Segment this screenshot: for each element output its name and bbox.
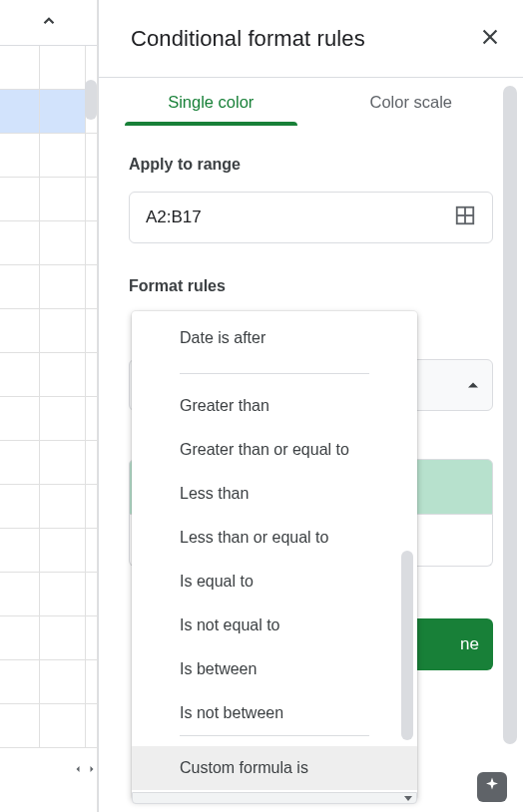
panel-title: Conditional format rules (131, 26, 365, 52)
dropdown-separator (180, 373, 369, 374)
sheet-top-bar (0, 0, 97, 46)
caret-up-icon (468, 383, 478, 388)
panel-header: Conditional format rules (99, 0, 523, 78)
dropdown-option-custom-formula[interactable]: Custom formula is (132, 746, 417, 790)
panel-scrollbar[interactable] (503, 86, 517, 744)
range-value: A2:B17 (146, 207, 202, 227)
dropdown-option-date-after[interactable]: Date is after (132, 311, 417, 373)
sheet-horizontal-scroll[interactable] (0, 762, 98, 776)
dropdown-option-not-between[interactable]: Is not between (132, 691, 417, 735)
condition-dropdown-list: Date is after Greater than Greater than … (132, 311, 417, 800)
close-icon[interactable] (479, 26, 501, 52)
dropdown-separator (180, 735, 369, 736)
dropdown-option-greater-than[interactable]: Greater than (132, 384, 417, 428)
dropdown-option-less-than-equal[interactable]: Less than or equal to (132, 516, 417, 560)
chevron-up-icon[interactable] (40, 12, 58, 34)
dropdown-option-between[interactable]: Is between (132, 647, 417, 691)
dropdown-option-less-than[interactable]: Less than (132, 472, 417, 516)
spreadsheet-area (0, 0, 98, 812)
spreadsheet-grid[interactable] (0, 46, 97, 748)
apply-to-range-label: Apply to range (129, 156, 493, 174)
format-rules-label: Format rules (129, 277, 493, 295)
select-range-grid-icon[interactable] (454, 204, 476, 231)
dropdown-option-equal[interactable]: Is equal to (132, 560, 417, 604)
range-input[interactable]: A2:B17 (129, 192, 493, 243)
dropdown-scrollbar[interactable] (401, 551, 413, 740)
dropdown-option-not-equal[interactable]: Is not equal to (132, 604, 417, 647)
caret-down-icon (404, 796, 412, 801)
tab-color-scale[interactable]: Color scale (311, 93, 512, 126)
tab-single-color[interactable]: Single color (111, 93, 311, 126)
sparkle-icon (483, 776, 501, 798)
dropdown-option-greater-than-equal[interactable]: Greater than or equal to (132, 428, 417, 472)
explore-star-button[interactable] (477, 772, 507, 802)
done-button[interactable]: ne (405, 618, 493, 670)
dropdown-bottom-handle[interactable] (132, 792, 417, 804)
tabs: Single color Color scale (99, 78, 523, 126)
selected-row[interactable] (0, 90, 97, 134)
sheet-vertical-scrollbar[interactable] (85, 80, 97, 120)
